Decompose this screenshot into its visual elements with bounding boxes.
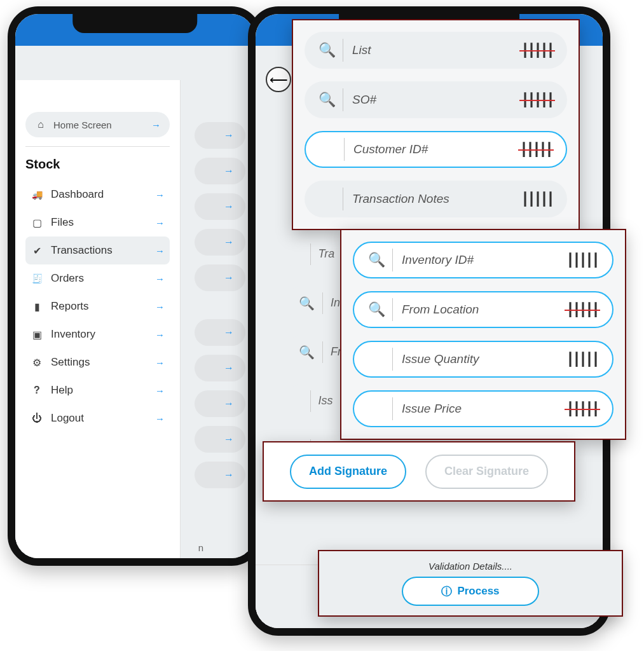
field-label: Customer ID# [353, 142, 428, 156]
bg-field-label: Tra [319, 247, 335, 261]
background-row[interactable]: → [195, 355, 245, 381]
arrow-icon: → [155, 329, 165, 340]
barcode-icon[interactable]: ┃┃┃┃┃ [566, 252, 598, 268]
sidebar-item-dashboard[interactable]: Dashboard→ [25, 181, 170, 209]
files-icon [31, 217, 43, 229]
back-button[interactable]: ⟵ [266, 67, 291, 92]
logout-icon [31, 413, 43, 424]
divider [392, 348, 393, 371]
phone-left: → → → → → → → → → → Home Screen → Stock … [8, 6, 262, 566]
sidebar-item-label: Transactions [51, 244, 113, 257]
background-row[interactable]: → [195, 193, 245, 220]
sidebar-item-inventory[interactable]: Inventory→ [25, 320, 170, 348]
background-row[interactable]: → [195, 229, 245, 256]
help-icon [31, 385, 43, 396]
sidebar-item-help[interactable]: Help→ [25, 376, 170, 404]
background-row[interactable]: → [195, 426, 245, 453]
sidebar: Home Screen → Stock Dashboard→Files→Tran… [15, 80, 181, 558]
background-row[interactable]: → [195, 122, 245, 149]
sidebar-item-label: Orders [51, 272, 84, 285]
barcode-icon[interactable]: ┃┃┃┃┃ [520, 142, 552, 157]
sidebar-section-title: Stock [25, 157, 170, 172]
arrow-icon: → [155, 273, 165, 284]
sidebar-item-reports[interactable]: Reports→ [25, 292, 170, 320]
field-label: Issue Quantity [402, 352, 479, 366]
search-icon[interactable]: 🔍 [319, 92, 334, 108]
divider [392, 298, 393, 321]
sidebar-item-label: Reports [51, 300, 89, 313]
background-row[interactable]: → [195, 264, 245, 291]
dash-icon [31, 189, 43, 200]
home-label: Home Screen [53, 120, 112, 130]
divider [344, 138, 345, 161]
panel-signature: Add Signature Clear Signature [263, 441, 575, 502]
barcode-icon[interactable]: ┃┃┃┃┃ [521, 92, 553, 107]
settings-icon [31, 357, 43, 369]
field-label: SO# [352, 93, 376, 107]
arrow-icon: → [155, 217, 165, 228]
search-icon [299, 296, 315, 311]
arrow-icon: → [224, 398, 234, 409]
arrow-icon: → [155, 357, 165, 368]
divider [392, 249, 393, 271]
sidebar-item-label: Dashboard [51, 188, 104, 201]
panel-process: Validation Details.... ⓘ Process [318, 550, 623, 617]
back-icon: ⟵ [270, 72, 288, 87]
sidebar-item-label: Settings [51, 356, 90, 369]
process-button[interactable]: ⓘ Process [402, 577, 538, 606]
panel-line-fields: 🔍Inventory ID#┃┃┃┃┃🔍From Location┃┃┃┃┃Is… [340, 229, 626, 440]
divider [322, 341, 323, 363]
divider [322, 292, 323, 314]
barcode-icon[interactable]: ┃┃┃┃┃ [521, 191, 553, 207]
barcode-icon[interactable]: ┃┃┃┃┃ [566, 302, 598, 317]
sidebar-item-transactions[interactable]: Transactions→ [25, 236, 170, 264]
field-issue-price[interactable]: Issue Price┃┃┃┃┃ [353, 390, 613, 427]
arrow-icon: → [155, 189, 165, 200]
barcode-icon[interactable]: ┃┃┃┃┃ [566, 352, 598, 367]
sidebar-item-logout[interactable]: Logout→ [25, 404, 170, 432]
notch [72, 13, 197, 33]
sidebar-item-files[interactable]: Files→ [25, 209, 170, 236]
add-signature-button[interactable]: Add Signature [290, 455, 406, 489]
field-so-[interactable]: 🔍SO#┃┃┃┃┃ [305, 81, 567, 118]
validation-details-label: Validation Details.... [428, 561, 512, 572]
search-icon[interactable]: 🔍 [319, 42, 334, 58]
sidebar-item-settings[interactable]: Settings→ [25, 348, 170, 376]
reports-icon [31, 301, 43, 313]
field-list[interactable]: 🔍List┃┃┃┃┃ [305, 32, 567, 69]
sidebar-item-label: Inventory [51, 328, 95, 341]
field-inventory-id-[interactable]: 🔍Inventory ID#┃┃┃┃┃ [353, 242, 613, 278]
home-icon [34, 119, 47, 130]
background-row[interactable]: → [195, 462, 245, 488]
arrow-icon: → [224, 130, 234, 141]
field-issue-quantity[interactable]: Issue Quantity┃┃┃┃┃ [353, 341, 613, 378]
orders-icon [31, 273, 43, 284]
sidebar-item-orders[interactable]: Orders→ [25, 264, 170, 292]
sidebar-item-label: Files [51, 216, 74, 229]
field-label: List [352, 43, 371, 57]
add-signature-label: Add Signature [309, 465, 387, 478]
search-icon[interactable]: 🔍 [368, 301, 383, 318]
barcode-icon[interactable]: ┃┃┃┃┃ [521, 43, 553, 58]
arrow-icon: → [224, 362, 234, 374]
background-row[interactable]: → [195, 158, 245, 184]
clear-signature-button[interactable]: Clear Signature [425, 455, 548, 489]
field-label: Transaction Notes [352, 192, 449, 206]
field-customer-id-[interactable]: Customer ID#┃┃┃┃┃ [305, 131, 567, 168]
field-label: Inventory ID# [402, 253, 474, 267]
arrow-icon: → [224, 165, 234, 177]
background-row[interactable]: → [195, 390, 245, 417]
field-from-location[interactable]: 🔍From Location┃┃┃┃┃ [353, 291, 613, 328]
search-icon[interactable]: 🔍 [368, 252, 383, 268]
background-row[interactable]: → [195, 319, 245, 346]
divider [343, 39, 343, 62]
divider [343, 88, 343, 111]
barcode-icon[interactable]: ┃┃┃┃┃ [566, 401, 598, 416]
arrow-icon: → [224, 272, 234, 284]
arrow-icon: → [224, 434, 234, 445]
arrow-icon: → [155, 385, 165, 396]
lock-icon: ⓘ [441, 584, 452, 599]
left-content: → → → → → → → → → → Home Screen → Stock … [15, 46, 254, 558]
home-screen-button[interactable]: Home Screen → [25, 112, 170, 137]
field-transaction-notes[interactable]: Transaction Notes┃┃┃┃┃ [305, 181, 567, 217]
